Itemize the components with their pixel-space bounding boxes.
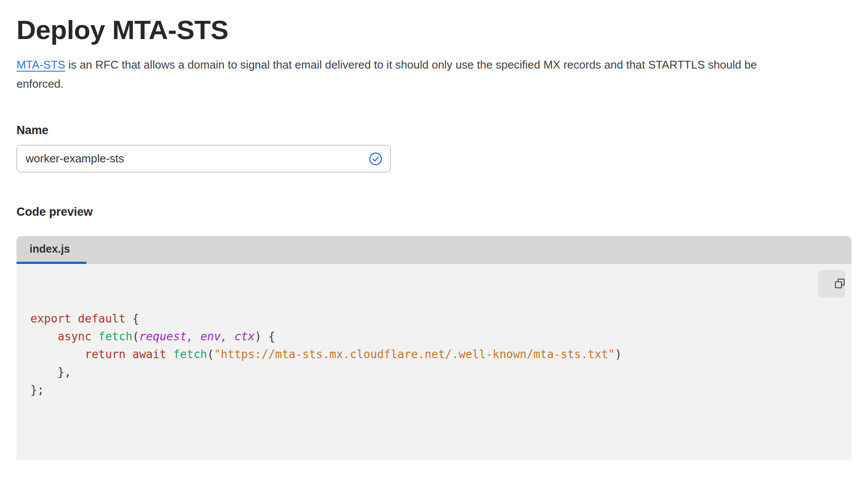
- code-editor-preview: export default { async fetch(request, en…: [17, 264, 851, 460]
- name-input[interactable]: [26, 152, 369, 165]
- code-line: },: [30, 363, 804, 381]
- page-title: Deploy MTA-STS: [17, 15, 851, 45]
- mta-sts-link[interactable]: MTA-STS: [17, 58, 65, 71]
- check-circle-icon: [369, 152, 383, 166]
- code-preview-block: index.js export default { async fetch(re…: [17, 236, 851, 460]
- code-preview-label: Code preview: [17, 205, 851, 219]
- code-line: return await fetch("https://mta-sts.mx.c…: [30, 346, 804, 363]
- name-input-wrap: [17, 145, 391, 172]
- code-line: };: [30, 381, 804, 399]
- copy-icon: [816, 270, 846, 298]
- code-line: async fetch(request, env, ctx) {: [30, 328, 804, 346]
- code-tabbar: index.js: [17, 236, 851, 264]
- name-label: Name: [17, 124, 851, 137]
- code-line: export default {: [30, 310, 804, 328]
- copy-code-button[interactable]: [818, 270, 845, 298]
- description-text: is an RFC that allows a domain to signal…: [17, 58, 757, 90]
- tab-index-js[interactable]: index.js: [17, 236, 86, 264]
- code-content: export default { async fetch(request, en…: [30, 310, 804, 399]
- deploy-mta-sts-page: Deploy MTA-STS MTA-STS is an RFC that al…: [0, 15, 868, 494]
- description: MTA-STS is an RFC that allows a domain t…: [17, 55, 798, 93]
